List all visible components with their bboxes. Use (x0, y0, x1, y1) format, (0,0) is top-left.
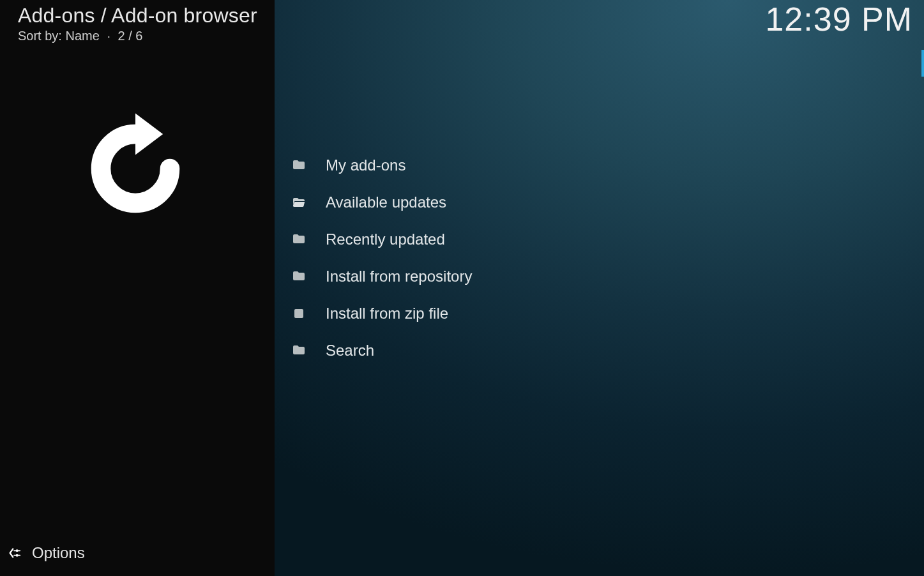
sort-line: Sort by: Name · 2 / 6 (18, 29, 257, 43)
breadcrumb: Add-ons / Add-on browser (18, 4, 257, 27)
svg-marker-0 (135, 114, 163, 155)
sort-prefix: Sort by: (18, 29, 62, 43)
folder-icon (290, 156, 308, 174)
clock: 12:39 PM (765, 0, 913, 38)
options-button[interactable]: Options (8, 539, 263, 567)
svg-rect-3 (294, 309, 303, 318)
sort-value: Name (65, 29, 99, 43)
options-label: Options (32, 544, 85, 562)
refresh-icon (78, 111, 193, 226)
list-item-my-addons[interactable]: My add-ons (289, 147, 902, 184)
app-root: Add-ons / Add-on browser Sort by: Name ·… (0, 0, 924, 576)
list-item-label: Install from repository (326, 268, 472, 285)
scrollbar-thumb[interactable] (921, 50, 924, 77)
list-item-install-from-repository[interactable]: Install from repository (289, 258, 902, 295)
addon-list: My add-ons Available updates Recently up… (289, 147, 902, 369)
list-item-label: Search (326, 342, 374, 360)
folder-open-icon (290, 193, 308, 211)
separator-dot: · (103, 29, 114, 43)
list-item-install-from-zip[interactable]: Install from zip file (289, 295, 902, 332)
list-item-label: My add-ons (326, 156, 405, 174)
list-item-label: Recently updated (326, 231, 445, 248)
folder-icon (290, 268, 308, 285)
folder-icon (290, 342, 308, 360)
list-item-available-updates[interactable]: Available updates (289, 184, 902, 221)
file-icon (290, 305, 308, 322)
sidebar: Add-ons / Add-on browser Sort by: Name ·… (0, 0, 275, 576)
options-icon (8, 546, 22, 560)
header: Add-ons / Add-on browser Sort by: Name ·… (18, 4, 257, 43)
list-item-recently-updated[interactable]: Recently updated (289, 221, 902, 258)
list-item-label: Available updates (326, 193, 446, 211)
list-item-label: Install from zip file (326, 305, 448, 322)
list-item-search[interactable]: Search (289, 332, 902, 369)
position-indicator: 2 / 6 (118, 29, 143, 43)
folder-icon (290, 231, 308, 248)
main-panel: 12:39 PM My add-ons Available updates Re… (275, 0, 924, 576)
